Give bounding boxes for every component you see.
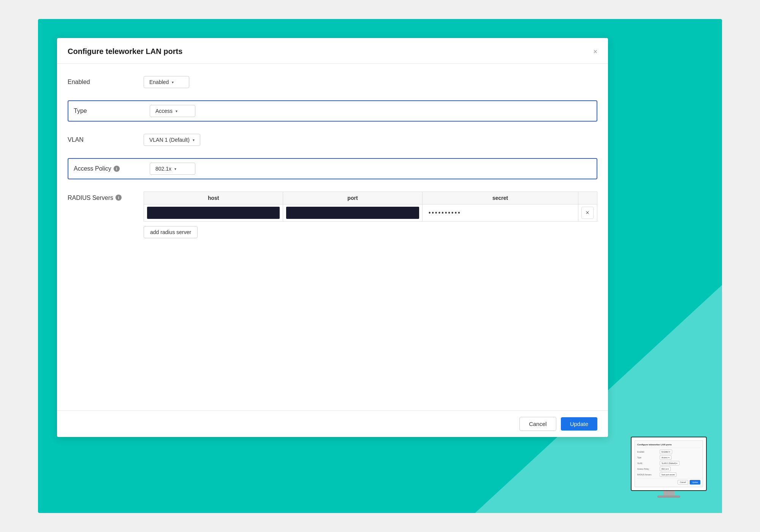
radius-delete-button[interactable]: × (581, 207, 594, 219)
mini-footer: Cancel Update (637, 478, 700, 484)
mini-monitor-screen: Configure teleworker LAN ports Enabled E… (635, 440, 703, 487)
radius-servers-label: RADIUS Servers i (68, 192, 144, 201)
access-policy-dropdown[interactable]: 802.1x ▾ (150, 163, 195, 175)
mini-enabled-row: Enabled Enabled ▾ (637, 450, 700, 454)
type-dropdown[interactable]: Access ▾ (150, 105, 195, 117)
vlan-row: VLAN VLAN 1 (Default) ▾ (68, 134, 597, 146)
mini-monitor-wrapper: Configure teleworker LAN ports Enabled E… (631, 437, 707, 498)
radius-servers-section: RADIUS Servers i host port secret (68, 192, 597, 238)
radius-port-cell (283, 204, 422, 222)
radius-host-input[interactable] (147, 207, 280, 219)
table-row: × (144, 204, 597, 222)
enabled-dropdown-arrow: ▾ (172, 80, 174, 84)
access-policy-highlighted-row: Access Policy i 802.1x ▾ (68, 158, 597, 179)
mini-access-policy-dropdown: 802.1x ▾ (660, 467, 671, 471)
radius-col-host: host (144, 192, 283, 204)
access-policy-dropdown-arrow: ▾ (174, 167, 176, 171)
mini-monitor: Configure teleworker LAN ports Enabled E… (631, 437, 707, 491)
radius-secret-cell (422, 204, 578, 222)
dialog-body: Enabled Enabled ▾ Type Access ▾ VLAN VLA… (57, 64, 608, 410)
mini-radius-label: RADIUS Servers (637, 473, 658, 476)
mini-cancel-btn: Cancel (678, 480, 688, 484)
mini-type-label: Type (637, 456, 658, 459)
close-icon[interactable]: × (593, 48, 597, 55)
enabled-dropdown-value: Enabled (149, 79, 169, 85)
dialog-footer: Cancel Update (57, 410, 608, 437)
mini-vlan-dropdown: VLAN 1 (Default) ▾ (660, 461, 679, 466)
mini-enabled-dropdown: Enabled ▾ (660, 450, 672, 454)
enabled-row: Enabled Enabled ▾ (68, 76, 597, 88)
update-button[interactable]: Update (561, 417, 597, 431)
dialog-title: Configure teleworker LAN ports (68, 47, 182, 56)
dialog-header: Configure teleworker LAN ports × (57, 38, 608, 64)
access-policy-info-icon[interactable]: i (114, 166, 120, 172)
add-radius-server-button[interactable]: add radius server (144, 226, 198, 238)
mini-enabled-label: Enabled (637, 450, 658, 453)
cancel-button[interactable]: Cancel (519, 417, 556, 431)
vlan-dropdown[interactable]: VLAN 1 (Default) ▾ (144, 134, 200, 146)
access-policy-label: Access Policy i (74, 165, 150, 172)
radius-col-secret: secret (422, 192, 578, 204)
configure-dialog: Configure teleworker LAN ports × Enabled… (57, 38, 608, 437)
radius-info-icon[interactable]: i (116, 195, 122, 201)
vlan-label: VLAN (68, 136, 144, 143)
radius-secret-input[interactable] (426, 207, 575, 219)
monitor-base (657, 496, 680, 498)
radius-host-cell (144, 204, 283, 222)
type-highlighted-row: Type Access ▾ (68, 100, 597, 122)
radius-delete-cell: × (578, 204, 597, 222)
mini-vlan-row: VLAN VLAN 1 (Default) ▾ (637, 461, 700, 466)
mini-type-row: Type Access ▾ (637, 455, 700, 460)
radius-col-action (578, 192, 597, 204)
mini-monitor-title: Configure teleworker LAN ports (637, 443, 700, 448)
access-policy-dropdown-value: 802.1x (155, 166, 171, 172)
radius-table: host port secret (144, 192, 597, 222)
type-label: Type (74, 108, 150, 114)
radius-col-port: port (283, 192, 422, 204)
radius-table-container: host port secret (144, 192, 597, 238)
type-dropdown-arrow: ▾ (176, 109, 177, 113)
enabled-dropdown[interactable]: Enabled ▾ (144, 76, 189, 88)
monitor-stand (663, 491, 674, 496)
mini-vlan-label: VLAN (637, 462, 658, 465)
vlan-dropdown-value: VLAN 1 (Default) (149, 137, 190, 143)
mini-access-policy-label: Access Policy (637, 467, 658, 470)
type-dropdown-value: Access (155, 108, 173, 114)
mini-update-btn: Update (690, 480, 700, 484)
vlan-dropdown-arrow: ▾ (193, 138, 195, 142)
radius-port-input[interactable] (286, 207, 419, 219)
mini-access-policy-row: Access Policy 802.1x ▾ (637, 467, 700, 471)
mini-radius-value: host port secret (660, 472, 676, 477)
mini-type-dropdown: Access ▾ (660, 455, 671, 460)
mini-radius-row: RADIUS Servers host port secret (637, 472, 700, 477)
enabled-label: Enabled (68, 79, 144, 86)
